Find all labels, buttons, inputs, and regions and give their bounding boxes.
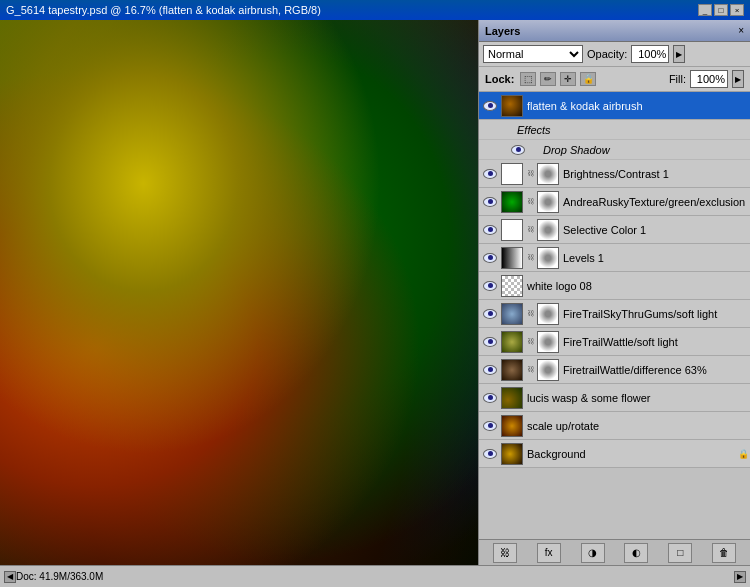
content-area: Layers × Normal Multiply Screen Overlay …	[0, 20, 750, 565]
layer-mask-thumbnail	[537, 219, 559, 241]
layer-chain-icon: ⛓	[525, 221, 535, 239]
layer-name: Background	[525, 448, 738, 460]
layer-item[interactable]: ⛓FireTrailSkyThruGums/soft light	[479, 300, 750, 328]
layer-name: lucis wasp & some flower	[525, 392, 748, 404]
layer-name: scale up/rotate	[525, 420, 748, 432]
layer-thumbnail	[501, 415, 523, 437]
link-button[interactable]: ⛓	[493, 543, 517, 563]
layer-chain-icon: ⛓	[525, 361, 535, 379]
layer-mask-thumbnail	[537, 247, 559, 269]
layer-thumbnail	[501, 443, 523, 465]
status-doc-info: Doc: 41.9M/363.0M	[16, 571, 734, 582]
drop-shadow-item[interactable]: Drop Shadow	[479, 140, 750, 160]
status-bar: ◀ Doc: 41.9M/363.0M ▶	[0, 565, 750, 587]
effect-eye-icon[interactable]	[509, 141, 527, 159]
layers-toolbar: ⛓ fx ◑ ◐ □ 🗑	[479, 539, 750, 565]
effect-name: Drop Shadow	[527, 144, 610, 156]
maximize-button[interactable]: □	[714, 4, 728, 16]
layers-panel-title: Layers	[485, 25, 520, 37]
layer-item[interactable]: ⛓Brightness/Contrast 1	[479, 160, 750, 188]
layer-thumbnail	[501, 95, 523, 117]
layer-thumbnail	[501, 275, 523, 297]
layer-item[interactable]: lucis wasp & some flower	[479, 384, 750, 412]
layer-chain-icon: ⛓	[525, 249, 535, 267]
canvas-area	[0, 20, 478, 565]
fx-button[interactable]: fx	[537, 543, 561, 563]
opacity-input[interactable]	[631, 45, 669, 63]
layer-name: FireTrailWattle/soft light	[561, 336, 748, 348]
layer-visibility-eye[interactable]	[481, 445, 499, 463]
layers-title-bar: Layers ×	[479, 20, 750, 42]
layer-mask-thumbnail	[537, 331, 559, 353]
layer-visibility-eye[interactable]	[481, 277, 499, 295]
layer-chain-icon: ⛓	[525, 165, 535, 183]
layer-thumbnail	[501, 331, 523, 353]
layer-chain-icon: ⛓	[525, 333, 535, 351]
layers-list[interactable]: flatten & kodak airbrushEffectsDrop Shad…	[479, 92, 750, 539]
title-bar: G_5614 tapestry.psd @ 16.7% (flatten & k…	[0, 0, 750, 20]
fill-arrow[interactable]: ▶	[732, 70, 744, 88]
fill-label: Fill:	[669, 73, 686, 85]
lock-label: Lock:	[485, 73, 514, 85]
layer-name: Selective Color 1	[561, 224, 748, 236]
layer-thumbnail	[501, 247, 523, 269]
layer-name: FireTrailSkyThruGums/soft light	[561, 308, 748, 320]
status-prev-button[interactable]: ◀	[4, 571, 16, 583]
status-next-button[interactable]: ▶	[734, 571, 746, 583]
lock-position-btn[interactable]: ✛	[560, 72, 576, 86]
layer-visibility-eye[interactable]	[481, 221, 499, 239]
layer-item[interactable]: ⛓FireTrailWattle/soft light	[479, 328, 750, 356]
layer-thumbnail	[501, 191, 523, 213]
layer-mask-thumbnail	[537, 163, 559, 185]
layer-visibility-eye[interactable]	[481, 389, 499, 407]
layer-thumbnail	[501, 359, 523, 381]
new-adjustment-button[interactable]: ◐	[624, 543, 648, 563]
effects-label: Effects	[479, 120, 750, 140]
blend-mode-select[interactable]: Normal Multiply Screen Overlay Soft Ligh…	[483, 45, 583, 63]
layer-mask-thumbnail	[537, 359, 559, 381]
layers-close-button[interactable]: ×	[738, 25, 744, 36]
layer-item[interactable]: flatten & kodak airbrush	[479, 92, 750, 120]
lock-all-btn[interactable]: 🔒	[580, 72, 596, 86]
layer-item[interactable]: ⛓Levels 1	[479, 244, 750, 272]
layer-item[interactable]: ⛓Selective Color 1	[479, 216, 750, 244]
minimize-button[interactable]: _	[698, 4, 712, 16]
layer-name: flatten & kodak airbrush	[525, 100, 748, 112]
layer-visibility-eye[interactable]	[481, 361, 499, 379]
layer-visibility-eye[interactable]	[481, 193, 499, 211]
layer-visibility-eye[interactable]	[481, 165, 499, 183]
layer-thumbnail	[501, 387, 523, 409]
layer-name: FiretrailWattle/difference 63%	[561, 364, 748, 376]
layer-visibility-eye[interactable]	[481, 333, 499, 351]
delete-button[interactable]: 🗑	[712, 543, 736, 563]
layer-visibility-eye[interactable]	[481, 97, 499, 115]
mask-button[interactable]: ◑	[581, 543, 605, 563]
layer-item[interactable]: white logo 08	[479, 272, 750, 300]
layer-item[interactable]: scale up/rotate	[479, 412, 750, 440]
layer-chain-icon: ⛓	[525, 193, 535, 211]
layer-item[interactable]: ⛓FiretrailWattle/difference 63%	[479, 356, 750, 384]
lock-transparent-btn[interactable]: ⬚	[520, 72, 536, 86]
layer-visibility-eye[interactable]	[481, 305, 499, 323]
layer-item[interactable]: ⛓AndreaRuskyTexture/green/exclusion	[479, 188, 750, 216]
window-title: G_5614 tapestry.psd @ 16.7% (flatten & k…	[6, 4, 321, 16]
opacity-arrow[interactable]: ▶	[673, 45, 685, 63]
layer-item[interactable]: Background🔒	[479, 440, 750, 468]
lock-row: Lock: ⬚ ✏ ✛ 🔒 Fill: ▶	[479, 67, 750, 92]
layer-visibility-eye[interactable]	[481, 249, 499, 267]
layer-visibility-eye[interactable]	[481, 417, 499, 435]
close-button[interactable]: ×	[730, 4, 744, 16]
fill-input[interactable]	[690, 70, 728, 88]
layer-name: AndreaRuskyTexture/green/exclusion	[561, 196, 748, 208]
new-layer-button[interactable]: □	[668, 543, 692, 563]
layer-thumbnail	[501, 219, 523, 241]
layer-mask-thumbnail	[537, 303, 559, 325]
effects-label-text: Effects	[517, 124, 551, 136]
canvas-image	[0, 20, 478, 565]
lock-image-btn[interactable]: ✏	[540, 72, 556, 86]
blend-mode-row: Normal Multiply Screen Overlay Soft Ligh…	[479, 42, 750, 67]
opacity-label: Opacity:	[587, 48, 627, 60]
layer-chain-icon: ⛓	[525, 305, 535, 323]
layer-name: Levels 1	[561, 252, 748, 264]
layer-name: Brightness/Contrast 1	[561, 168, 748, 180]
